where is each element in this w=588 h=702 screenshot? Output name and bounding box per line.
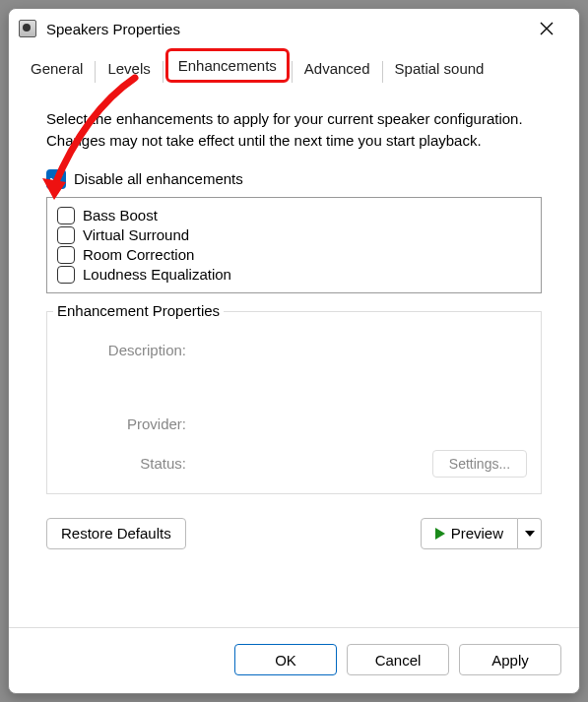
tab-row: General Levels Enhancements Advanced Spa… — [9, 48, 579, 83]
tab-levels[interactable]: Levels — [98, 54, 160, 83]
play-icon — [435, 528, 445, 540]
checkmark-icon — [49, 172, 63, 186]
tab-separator — [382, 61, 383, 83]
enhancement-label: Loudness Equalization — [83, 266, 231, 283]
ok-button[interactable]: OK — [234, 644, 337, 675]
enhancement-properties-group: Enhancement Properties Description: Prov… — [46, 311, 542, 494]
cancel-button[interactable]: Cancel — [347, 644, 449, 675]
checkbox-room-correction[interactable] — [57, 246, 75, 264]
tab-separator — [163, 61, 163, 83]
description-label: Description: — [61, 342, 194, 358]
status-label: Status: — [61, 455, 194, 472]
restore-defaults-button[interactable]: Restore Defaults — [46, 518, 186, 549]
apply-button[interactable]: Apply — [459, 644, 561, 675]
tab-separator — [95, 61, 96, 83]
dialog-speakers-properties: Speakers Properties General Levels Enhan… — [8, 8, 580, 694]
enhancement-label: Room Correction — [83, 246, 194, 263]
tab-general[interactable]: General — [21, 54, 93, 83]
tab-advanced[interactable]: Advanced — [294, 54, 380, 83]
enhancement-list: Bass Boost Virtual Surround Room Correct… — [46, 197, 542, 293]
preview-button[interactable]: Preview — [421, 518, 518, 549]
group-legend: Enhancement Properties — [53, 302, 224, 319]
preview-label: Preview — [451, 525, 503, 542]
checkbox-loudness-equalization[interactable] — [57, 266, 75, 284]
close-button[interactable] — [524, 13, 569, 44]
enhancement-label: Virtual Surround — [83, 226, 189, 243]
settings-button[interactable]: Settings... — [432, 450, 527, 478]
enhancement-label: Bass Boost — [83, 207, 158, 223]
checkbox-bass-boost[interactable] — [57, 207, 75, 224]
close-icon — [540, 22, 554, 35]
list-item[interactable]: Loudness Equalization — [57, 265, 531, 285]
list-item[interactable]: Room Correction — [57, 245, 531, 265]
svg-marker-1 — [525, 531, 535, 537]
dialog-button-row: OK Cancel Apply — [9, 627, 579, 693]
speaker-icon — [19, 20, 36, 37]
disable-all-label: Disable all enhancements — [74, 170, 243, 187]
preview-dropdown-button[interactable] — [518, 518, 542, 549]
tab-enhancements[interactable]: Enhancements — [165, 48, 290, 83]
disable-all-checkbox[interactable] — [46, 169, 66, 189]
tab-separator — [292, 61, 293, 83]
title-bar: Speakers Properties — [9, 9, 579, 48]
list-item[interactable]: Bass Boost — [57, 206, 531, 225]
window-title: Speakers Properties — [46, 21, 180, 37]
chevron-down-icon — [525, 531, 535, 537]
tab-spatial-sound[interactable]: Spatial sound — [385, 54, 494, 83]
intro-text: Select the enhancements to apply for you… — [46, 108, 555, 152]
checkbox-virtual-surround[interactable] — [57, 226, 75, 244]
list-item[interactable]: Virtual Surround — [57, 225, 531, 245]
provider-label: Provider: — [61, 415, 194, 432]
